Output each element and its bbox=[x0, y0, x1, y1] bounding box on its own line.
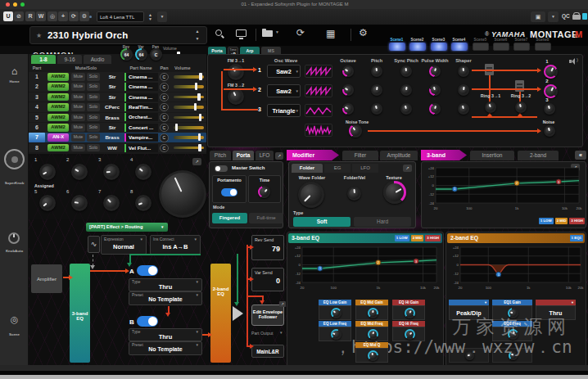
eq2-type-header[interactable]: EQ2 Type ▼ bbox=[536, 300, 576, 305]
ins-connect-selector[interactable]: Ins Connect ▼ Ins A→B bbox=[150, 235, 201, 255]
sidebar-item-scene[interactable]: ◎Scene bbox=[0, 313, 29, 344]
sidebar-item-knobauto[interactable]: KnobAuto bbox=[0, 231, 29, 260]
sync-pitch-knob-2[interactable] bbox=[400, 84, 412, 96]
eq-low-freq-knob[interactable] bbox=[331, 329, 341, 340]
assignable-knob-2[interactable] bbox=[71, 164, 88, 180]
pulse-width-knob-1[interactable] bbox=[429, 65, 441, 77]
solo-button[interactable]: Solo bbox=[87, 103, 100, 111]
pitch-knob-2[interactable] bbox=[371, 84, 382, 96]
ins-a-type-selector[interactable]: Type ▼ Thru bbox=[129, 278, 202, 291]
solo-button[interactable]: Solo bbox=[87, 93, 100, 102]
part-name[interactable]: Orchest... bbox=[124, 113, 158, 121]
var-send-box[interactable]: Var Send 0 bbox=[251, 268, 284, 291]
wave-folder-knob[interactable] bbox=[298, 182, 324, 208]
subtab-lfo[interactable]: LFO bbox=[352, 164, 378, 173]
texture-knob[interactable] bbox=[383, 181, 406, 204]
porta-time-knob[interactable] bbox=[258, 186, 270, 198]
edit-envelope-pop-icon[interactable]: ↗ bbox=[279, 301, 286, 307]
scene-button-7[interactable] bbox=[513, 43, 530, 51]
osc-level-knob-1[interactable] bbox=[544, 65, 558, 79]
tab-modifier[interactable]: Modifier bbox=[287, 150, 339, 160]
part-row[interactable]: 3AWM2MuteSoloStrCinema ...C bbox=[29, 92, 206, 102]
part-row[interactable]: 2AWM2MuteSoloStrCinema ...C bbox=[29, 82, 206, 92]
eq-mid-freq-knob[interactable] bbox=[368, 329, 378, 340]
part-name[interactable]: RealTim... bbox=[124, 103, 158, 111]
shaper-knob-1[interactable] bbox=[458, 65, 469, 77]
fm-3-2-knob[interactable] bbox=[228, 88, 244, 105]
part-output-menu-icon[interactable]: ▼ bbox=[279, 331, 283, 335]
pan-knob[interactable]: C bbox=[160, 83, 169, 92]
eq-mid-gain-knob[interactable] bbox=[368, 308, 378, 318]
noise-tone-knob[interactable] bbox=[349, 124, 362, 138]
volume-slider-thumb[interactable] bbox=[197, 93, 201, 101]
fingered-button[interactable]: Fingered bbox=[212, 213, 247, 223]
tab-lfo[interactable]: LFO bbox=[256, 151, 274, 160]
osc-level-knob-Noise[interactable] bbox=[544, 125, 555, 137]
tab-parts-9-16[interactable]: 9-16 bbox=[57, 55, 82, 64]
routing-header-bar[interactable]: [PART] Effect > Routing ▼ bbox=[86, 223, 168, 232]
volume-slider[interactable] bbox=[174, 96, 204, 99]
ins-b-preset-selector[interactable]: Preset ▼ No Template bbox=[129, 341, 202, 355]
tab-3band[interactable]: 3-band bbox=[421, 150, 467, 160]
pitch-knob-1[interactable] bbox=[371, 65, 382, 77]
volume-slider-thumb[interactable] bbox=[175, 124, 179, 131]
scene-button-1[interactable] bbox=[389, 43, 405, 51]
amplifier-block[interactable]: Amplifier bbox=[31, 264, 62, 293]
tab-amplitude[interactable]: Amplitude bbox=[380, 151, 418, 160]
subtab-folder[interactable]: Folder bbox=[292, 164, 323, 173]
assignable-knob-4[interactable] bbox=[135, 164, 152, 180]
solo-button[interactable]: Solo bbox=[87, 73, 100, 81]
assignable-knob-6[interactable] bbox=[71, 195, 88, 211]
volume-slider[interactable] bbox=[174, 75, 204, 79]
engine-badge[interactable]: AWM2 bbox=[47, 124, 69, 132]
collapse-button[interactable]: « bbox=[575, 151, 586, 160]
pitch-knob-3[interactable] bbox=[371, 103, 382, 115]
assignable-knob-7[interactable] bbox=[103, 195, 120, 211]
part-output-value[interactable]: MainL&R bbox=[251, 345, 284, 358]
scene-button-2[interactable] bbox=[409, 43, 426, 51]
tab-pitch[interactable]: Pitch bbox=[210, 151, 231, 160]
assignable-knob-5[interactable] bbox=[39, 195, 56, 211]
pan-knob[interactable]: C bbox=[160, 103, 169, 112]
osc-wave-selector-1[interactable]: Saw2▼ bbox=[267, 65, 301, 78]
scene-button-4[interactable] bbox=[451, 43, 468, 51]
eq1-type-header[interactable]: EQ1 Type ▼ bbox=[449, 300, 489, 305]
ring-3-2-knob[interactable] bbox=[515, 102, 527, 113]
expression-icon[interactable]: ∿ bbox=[88, 236, 100, 253]
pan-knob[interactable]: C bbox=[160, 113, 169, 122]
assign-edit-icon[interactable]: ↗ bbox=[192, 158, 201, 165]
ring-3-1-knob[interactable] bbox=[485, 102, 496, 113]
eq3-graph[interactable]: +24+120-12-24201001k10k20k123 bbox=[291, 245, 441, 294]
mute-button[interactable]: Mute bbox=[71, 114, 85, 122]
volume-slider[interactable] bbox=[174, 147, 204, 150]
solo-button[interactable]: Solo bbox=[87, 114, 100, 122]
engine-badge[interactable]: AWM2 bbox=[47, 93, 69, 102]
osc-wave-selector-2[interactable]: Saw2▼ bbox=[267, 84, 301, 97]
osc-level-knob-2[interactable] bbox=[544, 84, 558, 98]
pan-knob[interactable]: C bbox=[160, 73, 169, 82]
folder-vel-knob[interactable] bbox=[347, 187, 361, 201]
part-row[interactable]: 1AWM2MuteSoloStrCinema ...C bbox=[29, 72, 206, 82]
portamento-toggle[interactable] bbox=[221, 188, 237, 196]
assignable-knob-1[interactable] bbox=[39, 164, 56, 180]
volume-slider[interactable] bbox=[174, 136, 204, 139]
sync-pitch-knob-1[interactable] bbox=[400, 65, 412, 77]
part-name[interactable]: Cinema ... bbox=[124, 83, 158, 91]
volume-slider-thumb[interactable] bbox=[195, 83, 198, 90]
part-row[interactable]: 7AN-XMuteSoloBrassVampire...C bbox=[29, 133, 206, 142]
tab-2band[interactable]: 2-band bbox=[518, 151, 559, 160]
modifier-edit-icon[interactable]: ↗ bbox=[403, 165, 412, 172]
part-row[interactable]: 8AWM2MuteSoloWWVel Flut...C bbox=[29, 143, 206, 153]
sidebar-item-superknob[interactable]: SuperKnob bbox=[0, 147, 29, 192]
var-knob[interactable]: 64 bbox=[135, 48, 147, 61]
expression-selector[interactable]: Expression ▼ Normal bbox=[101, 235, 147, 255]
subtab-eg[interactable]: EG bbox=[324, 164, 351, 173]
engine-badge[interactable]: AWM2 bbox=[47, 103, 69, 111]
eq-mid-q-knob[interactable] bbox=[368, 350, 378, 361]
octave-knob-1[interactable] bbox=[342, 65, 354, 77]
volume-slider[interactable] bbox=[174, 85, 204, 88]
mute-button[interactable]: Mute bbox=[71, 93, 85, 102]
eq2-graph[interactable]: +24+120-12-24201001k10k20k1 bbox=[449, 245, 585, 294]
volume-slider[interactable] bbox=[174, 106, 204, 109]
engine-badge[interactable]: AWM2 bbox=[47, 144, 69, 152]
